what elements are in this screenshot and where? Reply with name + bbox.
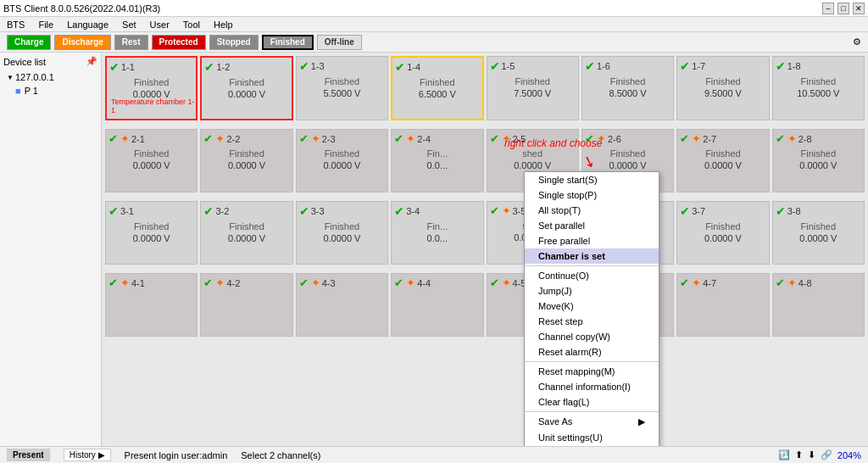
context-menu-item-highlighted[interactable]: Chamber is set	[525, 248, 659, 264]
context-menu-item[interactable]: Channel information(I)	[525, 379, 659, 394]
channel-cell-1-6[interactable]: ✔1-6Finished8.5000 V	[581, 56, 674, 120]
channel-cell-2-2[interactable]: ✔✦2-2Finished0.0000 V	[200, 129, 292, 192]
menu-help[interactable]: Help	[210, 20, 236, 30]
channel-number: 3-4	[406, 206, 420, 216]
check-icon: ✔	[108, 276, 118, 289]
context-menu-item[interactable]: Set parallel	[525, 218, 659, 233]
channel-cell-4-2[interactable]: ✔✦4-2	[200, 273, 292, 337]
channel-cell-3-8[interactable]: ✔3-8Finished0.0000 V	[772, 201, 865, 265]
row-gap	[772, 195, 865, 198]
cell-header-3-7: ✔3-7	[680, 204, 765, 218]
channel-cell-1-3[interactable]: ✔1-3Finished5.5000 V	[296, 56, 388, 120]
maximize-button[interactable]: □	[837, 3, 849, 14]
row-gap	[391, 195, 483, 198]
row-gap	[105, 267, 198, 271]
context-menu-item[interactable]: Channel copy(W)	[525, 329, 659, 344]
channel-number: 4-8	[798, 278, 812, 288]
channel-cell-1-8[interactable]: ✔1-8Finished10.5000 V	[772, 56, 865, 120]
channel-cell-2-7[interactable]: ✔✦2-7Finished0.0000 V	[676, 129, 769, 192]
channel-cell-4-1[interactable]: ✔✦4-1	[105, 273, 198, 337]
menu-language[interactable]: Language	[64, 20, 112, 30]
status-icon-3[interactable]: ⬇	[808, 449, 815, 460]
context-menu-item[interactable]: Move(K)	[525, 298, 659, 314]
warn-icon: ✦	[311, 132, 320, 145]
channel-cell-3-1[interactable]: ✔3-1Finished0.0000 V	[105, 201, 198, 265]
tab-present[interactable]: Present	[7, 449, 50, 461]
context-menu-item[interactable]: Clear flag(L)	[525, 394, 659, 410]
context-menu-item[interactable]: Reset step	[525, 314, 659, 329]
sidebar-item-p1[interactable]: ■ P 1	[3, 84, 97, 98]
tab-history[interactable]: History ▶	[64, 449, 111, 461]
context-menu-item[interactable]: Free parallel	[525, 233, 659, 248]
context-menu-item[interactable]: Jump(J)	[525, 283, 659, 298]
check-icon: ✔	[680, 59, 690, 73]
context-menu-item-arrow[interactable]: Save As▶	[525, 414, 659, 430]
channel-cell-2-3[interactable]: ✔✦2-3Finished0.0000 V	[296, 129, 388, 192]
row-gap	[200, 267, 292, 271]
sidebar-item-127[interactable]: ▼ 127.0.0.1	[3, 70, 97, 84]
context-menu-item[interactable]: Unit settings(U)	[525, 430, 659, 445]
channel-cell-4-4[interactable]: ✔✦4-4	[391, 273, 483, 337]
protected-button[interactable]: Protected	[152, 35, 206, 50]
offline-button[interactable]: Off-line	[317, 35, 362, 50]
status-icon-4[interactable]: 🔗	[821, 449, 832, 460]
cell-status-text: Finished	[610, 76, 646, 86]
discharge-button[interactable]: Discharge	[54, 35, 110, 50]
channel-cell-3-4[interactable]: ✔3-4Fin...0.0...	[391, 201, 483, 265]
channel-cell-1-5[interactable]: ✔1-5Finished7.5000 V	[487, 56, 579, 120]
toolbar-icon-settings[interactable]: ⚙	[853, 36, 861, 47]
channel-cell-3-3[interactable]: ✔3-3Finished0.0000 V	[296, 201, 388, 265]
check-icon: ✔	[490, 276, 499, 289]
stopped-button[interactable]: Stopped	[209, 35, 259, 50]
menu-file[interactable]: File	[35, 20, 57, 30]
row-gap	[105, 195, 198, 198]
channel-cell-3-2[interactable]: ✔3-2Finished0.0000 V	[200, 201, 292, 265]
cell-header-3-4: ✔3-4	[394, 204, 480, 218]
cell-header-3-3: ✔3-3	[299, 204, 385, 218]
close-button[interactable]: ✕	[853, 3, 865, 14]
menu-user[interactable]: User	[147, 20, 173, 30]
channel-cell-2-8[interactable]: ✔✦2-8Finished0.0000 V	[772, 129, 865, 192]
menu-tool[interactable]: Tool	[180, 20, 203, 30]
cell-value-text: 9.5000 V	[704, 88, 742, 98]
check-icon: ✔	[203, 276, 213, 289]
menu-set[interactable]: Set	[119, 20, 140, 30]
context-menu: Single start(S)Single stop(P)All stop(T)…	[524, 171, 659, 446]
cell-header-2-2: ✔✦2-2	[203, 132, 289, 145]
window-controls[interactable]: – □ ✕	[822, 3, 865, 14]
cell-header-2-7: ✔✦2-7	[680, 132, 765, 145]
context-menu-item[interactable]: Reset alarm(R)	[525, 344, 659, 360]
channel-cell-3-7[interactable]: ✔3-7Finished0.0000 V	[676, 201, 769, 265]
channel-cell-1-4[interactable]: ✔1-4Finished6.5000 V	[391, 56, 483, 120]
finished-button[interactable]: Finished	[262, 35, 314, 50]
cell-value-text: 0.0000 V	[514, 160, 551, 170]
channel-cell-2-1[interactable]: ✔✦2-1Finished0.0000 V	[105, 129, 198, 192]
cell-header-4-1: ✔✦4-1	[108, 276, 194, 289]
status-icon-2[interactable]: ⬆	[795, 449, 803, 460]
context-menu-item[interactable]: Single stop(P)	[525, 187, 659, 203]
channel-cell-2-4[interactable]: ✔✦2-4Fin...0.0...	[391, 129, 483, 192]
context-menu-item[interactable]: All stop(T)	[525, 203, 659, 218]
sidebar-pin[interactable]: 📌	[86, 56, 97, 67]
channel-cell-1-2[interactable]: ✔1-2Finished0.0000 V	[200, 56, 292, 120]
charge-button[interactable]: Charge	[7, 35, 51, 50]
context-menu-item[interactable]: Reset mapping(M)	[525, 364, 659, 379]
channel-number: 4-1	[131, 278, 145, 288]
channel-cell-4-3[interactable]: ✔✦4-3	[296, 273, 388, 337]
context-menu-item[interactable]: Continue(O)	[525, 268, 659, 283]
minimize-button[interactable]: –	[822, 3, 834, 14]
cell-value-text: 0.0000 V	[133, 160, 170, 170]
context-menu-item[interactable]: View log	[525, 445, 659, 446]
sidebar-header: Device list 📌	[3, 56, 97, 67]
channel-cell-1-7[interactable]: ✔1-7Finished9.5000 V	[676, 56, 769, 120]
channel-cell-4-8[interactable]: ✔✦4-8	[772, 273, 865, 337]
status-icon-1[interactable]: 🔃	[778, 449, 790, 460]
content-area: ✔1-1Finished0.0000 VTemperature chamber …	[102, 53, 868, 446]
context-menu-item[interactable]: Single start(S)	[525, 172, 659, 187]
channel-cell-4-7[interactable]: ✔✦4-7	[676, 273, 769, 337]
warn-icon: ✦	[502, 204, 511, 217]
rest-button[interactable]: Rest	[114, 35, 148, 50]
channel-cell-1-1[interactable]: ✔1-1Finished0.0000 VTemperature chamber …	[105, 56, 198, 120]
device-p1-label: P 1	[25, 86, 38, 96]
menu-bts[interactable]: BTS	[3, 20, 28, 30]
